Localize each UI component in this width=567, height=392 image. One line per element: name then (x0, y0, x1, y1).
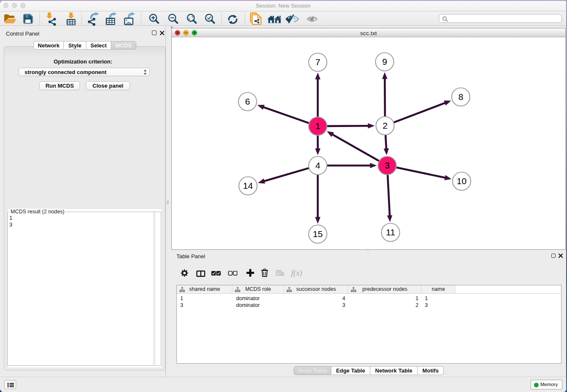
svg-text:9: 9 (382, 57, 387, 66)
svg-text:3: 3 (385, 160, 390, 170)
svg-text:1: 1 (315, 121, 320, 131)
svg-text:4: 4 (315, 160, 320, 170)
svg-text:7: 7 (315, 57, 320, 67)
svg-text:6: 6 (245, 97, 250, 106)
svg-text:11: 11 (386, 227, 395, 237)
svg-text:10: 10 (457, 176, 466, 186)
svg-text:14: 14 (243, 181, 253, 190)
svg-text:2: 2 (383, 121, 388, 130)
svg-text:8: 8 (458, 92, 463, 102)
svg-text:15: 15 (313, 229, 322, 239)
